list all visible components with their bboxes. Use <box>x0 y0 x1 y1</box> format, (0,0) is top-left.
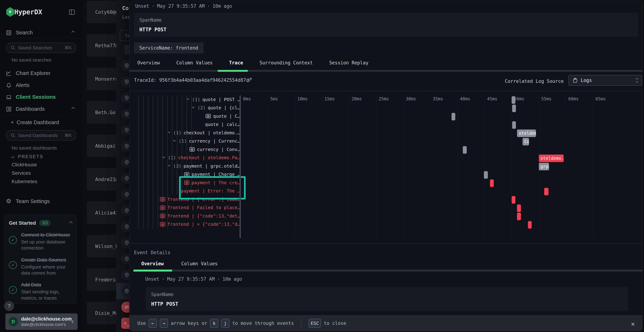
session-event-row[interactable] <box>116 235 129 251</box>
trace-tree-row[interactable]: (1)checkout | oteldemo.… <box>137 128 240 137</box>
sidebar-item-dashboards[interactable]: Dashboards <box>0 105 82 113</box>
sidebar-item-alerts[interactable]: Alerts <box>0 81 82 90</box>
tab-overview[interactable]: Overview <box>132 58 165 68</box>
session-event-row[interactable] <box>116 218 129 235</box>
session-event-row[interactable] <box>116 106 129 122</box>
span-label: checkout | oteldemo.Pa… <box>178 155 240 160</box>
location-pin-icon <box>121 76 129 87</box>
chevron-down-icon[interactable] <box>167 163 171 168</box>
session-event-row[interactable] <box>116 122 129 138</box>
trace-tree-row[interactable]: currency | Conv… <box>137 145 240 154</box>
chevron-down-icon[interactable] <box>162 155 166 160</box>
session-event-row[interactable]: >_ <box>116 315 129 332</box>
tree-scrollbar[interactable] <box>240 95 241 238</box>
sidebar-item-chart-explorer[interactable]: Chart Explorer <box>0 69 82 78</box>
correlated-log-source-select[interactable]: Logs <box>568 75 642 86</box>
session-event-row[interactable] <box>116 58 129 74</box>
session-event-row[interactable] <box>116 283 129 299</box>
key-←[interactable]: ← <box>149 319 157 328</box>
sidebar-item-services[interactable]: Services <box>12 170 31 176</box>
session-detail-button[interactable] <box>124 45 129 54</box>
get-started-item[interactable]: ✓Create Data SourcesConfigure where your… <box>9 257 72 276</box>
session-event-row[interactable] <box>116 90 129 106</box>
session-event-row[interactable] <box>116 154 129 170</box>
span-bar[interactable] <box>517 204 521 212</box>
span-bar[interactable] <box>512 105 516 112</box>
trace-tree-row[interactable]: (1)currency | Currenc… <box>137 137 240 145</box>
key-j[interactable]: j <box>221 319 229 328</box>
session-event-row[interactable] <box>116 186 129 203</box>
trace-tree-row[interactable]: frontend | Failed to place… <box>137 204 240 212</box>
trace-tree-row[interactable]: frontend | {"code":13,"det… <box>137 212 240 220</box>
child-count: (1) <box>179 138 187 144</box>
logs-icon <box>572 78 578 83</box>
session-search-input[interactable]: Sea <box>120 30 129 41</box>
session-event-row[interactable] <box>116 299 129 315</box>
span-bar[interactable]: oteldemo.C <box>517 130 536 137</box>
sidebar-item-kubernetes[interactable]: Kubernetes <box>12 179 37 184</box>
service-name-chip[interactable]: ServiceName: frontend <box>134 42 204 54</box>
get-started-item[interactable]: ✓Add DataStart sending logs, metrics, or… <box>9 282 72 301</box>
presets-toggle[interactable]: PRESETS <box>12 154 43 160</box>
location-pin-icon <box>121 173 129 184</box>
saved-searches-input[interactable]: Saved Searches ⌘K <box>6 42 76 53</box>
log-icon <box>160 197 165 202</box>
span-bar[interactable] <box>528 221 532 228</box>
span-bar[interactable] <box>512 121 516 129</box>
sidebar-item-team-settings[interactable]: Team Settings <box>16 198 50 204</box>
trace-tree-row[interactable]: quote | calc… <box>137 120 240 128</box>
grid-line <box>322 94 322 238</box>
span-bar[interactable] <box>463 146 466 154</box>
trace-tree-row[interactable]: (2)quote | {cl… <box>137 104 240 112</box>
get-started-item[interactable]: ✓Connect to ClickHouseSet up your databa… <box>9 232 72 251</box>
session-event-row[interactable] <box>116 170 129 186</box>
span-bar[interactable]: Co <box>522 138 529 146</box>
sidebar-item-client-sessions[interactable]: Client Sessions <box>0 93 82 101</box>
span-bar[interactable] <box>544 188 548 195</box>
tab-session-replay[interactable]: Session Replay <box>324 58 373 68</box>
close-icon[interactable]: ✕ <box>628 319 638 328</box>
session-event-row[interactable] <box>116 138 129 154</box>
user-account-chip[interactable]: D dale@clickhouse.com dale@clickhouse.co… <box>5 314 78 330</box>
saved-dashboards-input[interactable]: Saved Dashboards ⌘K <box>6 130 76 140</box>
help-button[interactable]: ? <box>4 301 14 311</box>
trace-tree-row[interactable]: (3)payment | grpc.oteld… <box>137 162 240 170</box>
key-ESC[interactable]: ESC <box>308 319 321 328</box>
chevron-down-icon[interactable] <box>167 130 171 134</box>
span-bar[interactable]: grpc <box>539 163 549 170</box>
span-bar[interactable] <box>452 113 455 120</box>
chevron-down-icon[interactable] <box>172 138 176 143</box>
grid-line <box>295 94 295 238</box>
span-bar[interactable] <box>490 180 494 187</box>
session-event-row[interactable] <box>116 202 129 219</box>
sidebar-collapse-icon[interactable] <box>69 9 75 15</box>
span-bar[interactable] <box>484 171 488 179</box>
span-bar[interactable] <box>512 96 516 104</box>
trace-tree-row[interactable]: quote | C… <box>137 112 240 120</box>
event-details-tab-overview[interactable]: Overview <box>134 258 172 269</box>
session-event-row[interactable] <box>116 267 129 283</box>
sidebar-item-clickhouse[interactable]: ClickHouse <box>12 162 37 168</box>
span-bar[interactable] <box>512 196 516 204</box>
key-→[interactable]: → <box>160 319 168 328</box>
sidebar-item-search[interactable]: Search <box>0 28 82 37</box>
chevron-up-icon[interactable] <box>69 221 72 224</box>
gear-icon: ⚙ <box>6 198 11 205</box>
tab-column-values[interactable]: Column Values <box>171 58 218 68</box>
trace-tree-row[interactable]: frontend | × {"code":13,"d… <box>137 220 240 228</box>
chevron-down-icon[interactable] <box>186 97 190 101</box>
create-dashboard-button[interactable]: + Create Dashboard <box>11 120 59 126</box>
event-details-tab-column-values[interactable]: Column Values <box>173 258 226 269</box>
trace-tree-row[interactable]: (1)checkout | oteldemo.Pa… <box>137 154 240 162</box>
key-k[interactable]: k <box>210 319 218 328</box>
session-event-row[interactable] <box>116 251 129 267</box>
session-event-row[interactable] <box>116 74 129 90</box>
tab-surrounding-context[interactable]: Surrounding Context <box>254 58 318 68</box>
tab-trace[interactable]: Trace <box>224 58 248 68</box>
span-bar[interactable] <box>517 213 521 220</box>
axis-tick-label: 15ms <box>324 96 335 102</box>
edit-pencil-icon[interactable] <box>247 77 253 83</box>
trace-tree-row[interactable]: (1)quote | POST … <box>137 95 240 104</box>
span-bar[interactable]: oteldemo. <box>539 154 564 162</box>
chevron-down-icon[interactable] <box>191 105 195 110</box>
